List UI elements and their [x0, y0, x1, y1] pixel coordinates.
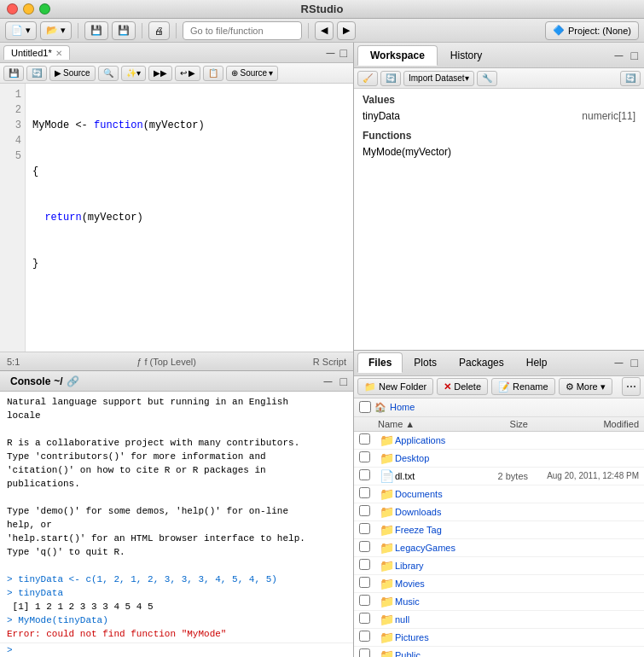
- file-type: R Script: [313, 357, 346, 367]
- file-checkbox[interactable]: [359, 559, 370, 570]
- find-btn[interactable]: 🔍: [98, 66, 119, 81]
- file-checkbox[interactable]: [359, 631, 370, 642]
- file-list-item[interactable]: 📁 Public: [354, 647, 644, 658]
- file-list-item[interactable]: 📁 Desktop: [354, 450, 644, 468]
- file-name-label[interactable]: Public: [395, 650, 468, 658]
- console-line: Type 'contributors()' for more informati…: [7, 450, 346, 463]
- files-content: 📁 Applications 📁 Desktop 📄 dl.txt 2 byte…: [354, 432, 644, 658]
- modified-column-header[interactable]: Modified: [528, 419, 639, 429]
- rename-btn[interactable]: 📝 Rename: [491, 378, 555, 395]
- knit-btn[interactable]: 🔄: [26, 66, 47, 81]
- run-btn[interactable]: ▶▶: [148, 66, 172, 81]
- file-checkbox[interactable]: [359, 648, 370, 657]
- go-to-file-input[interactable]: [183, 21, 302, 40]
- breadcrumb-home-label[interactable]: Home: [390, 402, 415, 412]
- size-column-header[interactable]: Size: [468, 419, 528, 429]
- select-all-checkbox[interactable]: [359, 401, 371, 413]
- save-file-btn[interactable]: 💾: [3, 66, 24, 81]
- file-name-label[interactable]: Freeze Tag: [395, 525, 468, 535]
- console-minimize-btn[interactable]: ─: [322, 375, 335, 388]
- source-btn2[interactable]: ⊕ Source ▾: [226, 66, 278, 81]
- console-tab[interactable]: Console ~/ 🔗: [3, 374, 86, 389]
- packages-tab[interactable]: Packages: [448, 352, 515, 373]
- maximize-button[interactable]: [39, 3, 50, 15]
- delete-btn[interactable]: ✕ Delete: [437, 378, 488, 395]
- file-checkbox[interactable]: [359, 577, 370, 588]
- editor-tab-untitled1[interactable]: Untitled1* ✕: [3, 45, 70, 60]
- file-list-item[interactable]: 📁 Pictures: [354, 629, 644, 647]
- file-name-label[interactable]: Documents: [395, 489, 468, 499]
- file-name-label[interactable]: LegacyGames: [395, 543, 468, 553]
- files-tab[interactable]: Files: [357, 352, 403, 373]
- open-button[interactable]: 📂▾: [40, 21, 72, 40]
- more-btn[interactable]: ⚙ More ▾: [559, 378, 612, 395]
- plots-tab[interactable]: Plots: [403, 352, 448, 373]
- forward-button[interactable]: ▶: [337, 21, 356, 40]
- file-name-label[interactable]: Desktop: [395, 453, 468, 463]
- new-file-button[interactable]: 📄▾: [5, 21, 37, 40]
- workspace-tools-btn[interactable]: 🔧: [477, 71, 497, 86]
- folder-icon: 📁: [378, 505, 395, 519]
- magic-btn[interactable]: ✨▾: [121, 66, 146, 81]
- file-list-item[interactable]: 📄 dl.txt 2 bytes Aug 20, 2011, 12:48 PM: [354, 468, 644, 485]
- file-name-label[interactable]: Music: [395, 596, 468, 607]
- re-run-btn[interactable]: ↩ ▶: [175, 66, 201, 81]
- file-checkbox[interactable]: [359, 613, 370, 624]
- history-tab[interactable]: History: [438, 45, 495, 66]
- workspace-tab[interactable]: Workspace: [357, 45, 438, 66]
- file-list-item[interactable]: 📁 Documents: [354, 485, 644, 503]
- new-folder-btn[interactable]: 📁 New Folder: [357, 378, 433, 395]
- file-name-label[interactable]: Applications: [395, 435, 468, 445]
- ws-minimize-btn[interactable]: ─: [612, 49, 626, 62]
- import-dataset-btn[interactable]: Import Dataset ▾: [403, 71, 474, 86]
- file-list-item[interactable]: 📁 Freeze Tag: [354, 521, 644, 539]
- close-button[interactable]: [7, 3, 18, 15]
- file-list-item[interactable]: 📁 Downloads: [354, 503, 644, 521]
- file-checkbox[interactable]: [359, 505, 370, 516]
- file-checkbox[interactable]: [359, 433, 370, 445]
- print-button[interactable]: 🖨: [148, 21, 170, 40]
- save-all-button[interactable]: 💾: [112, 21, 136, 40]
- panel-minimize-btn[interactable]: ─: [324, 46, 338, 60]
- console-input-line[interactable]: >: [0, 642, 353, 657]
- file-list-item[interactable]: 📁 null: [354, 611, 644, 629]
- file-name-label[interactable]: Pictures: [395, 632, 468, 642]
- file-checkbox[interactable]: [359, 523, 370, 534]
- minimize-button[interactable]: [23, 3, 34, 15]
- console-input[interactable]: [16, 645, 346, 655]
- file-name-label[interactable]: Movies: [395, 579, 468, 589]
- file-checkbox[interactable]: [359, 541, 370, 552]
- ws-refresh-btn[interactable]: 🔄: [620, 71, 641, 86]
- file-checkbox[interactable]: [359, 451, 370, 462]
- file-name-label[interactable]: Downloads: [395, 507, 468, 517]
- file-list-item[interactable]: 📁 Applications: [354, 432, 644, 450]
- help-tab[interactable]: Help: [515, 352, 559, 373]
- code-area[interactable]: MyMode <- function(myVector) { return(my…: [26, 84, 353, 352]
- files-minimize-btn[interactable]: ─: [612, 356, 626, 369]
- clear-workspace-btn[interactable]: 🧹: [357, 71, 378, 86]
- refresh-workspace-btn[interactable]: 🔄: [380, 71, 401, 86]
- editor-tab-close[interactable]: ✕: [55, 49, 62, 58]
- file-list-item[interactable]: 📁 LegacyGames: [354, 539, 644, 557]
- files-maximize-btn[interactable]: □: [629, 356, 641, 369]
- compile-btn[interactable]: 📋: [203, 66, 223, 81]
- file-name-label[interactable]: dl.txt: [395, 471, 468, 481]
- file-checkbox[interactable]: [359, 595, 370, 606]
- file-checkbox[interactable]: [359, 469, 370, 480]
- save-button[interactable]: 💾: [84, 21, 108, 40]
- file-checkbox[interactable]: [359, 487, 370, 498]
- file-list-item[interactable]: 📁 Movies: [354, 575, 644, 593]
- ws-maximize-btn[interactable]: □: [629, 49, 641, 62]
- file-list-item[interactable]: 📁 Music: [354, 593, 644, 611]
- panel-maximize-btn[interactable]: □: [338, 46, 350, 60]
- file-name-label[interactable]: null: [395, 614, 468, 625]
- file-list-item[interactable]: 📁 Library: [354, 557, 644, 575]
- window-controls[interactable]: [7, 3, 50, 15]
- file-name-label[interactable]: Library: [395, 561, 468, 571]
- name-column-header[interactable]: Name ▲: [378, 419, 468, 429]
- source-run-btn[interactable]: ▶ Source: [49, 66, 96, 81]
- files-options-btn[interactable]: ⋯: [622, 377, 641, 396]
- back-button[interactable]: ◀: [315, 21, 334, 40]
- editor-toolbar2: 💾 🔄 ▶ Source 🔍 ✨▾ ▶▶ ↩ ▶ 📋 ⊕ Source ▾: [0, 63, 353, 84]
- console-maximize-btn[interactable]: □: [338, 375, 350, 388]
